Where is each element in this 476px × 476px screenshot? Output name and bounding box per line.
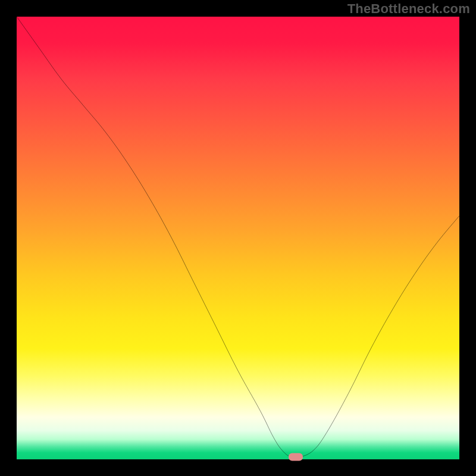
bottleneck-curve bbox=[17, 17, 459, 459]
attribution-label: TheBottleneck.com bbox=[347, 1, 470, 17]
optimal-marker bbox=[289, 453, 303, 461]
plot-area bbox=[17, 17, 459, 459]
chart-frame: TheBottleneck.com bbox=[0, 0, 476, 476]
